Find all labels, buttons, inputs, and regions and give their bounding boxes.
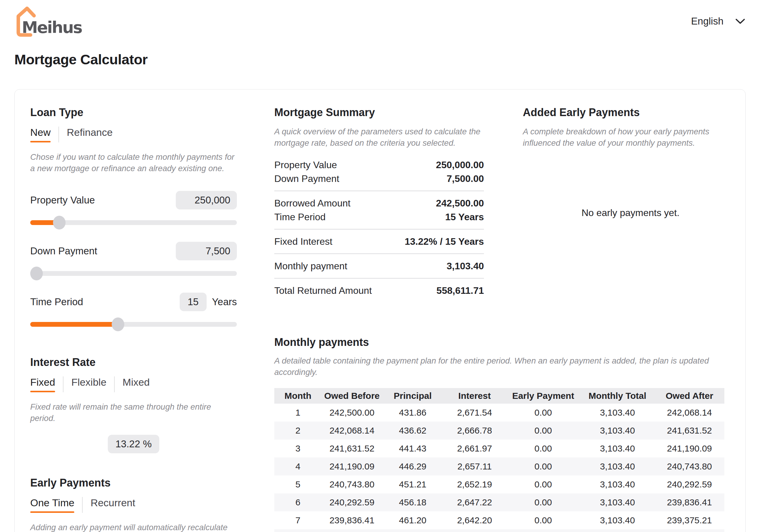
- table-cell: 3,103.40: [580, 425, 655, 436]
- table-cell: 456.18: [382, 497, 443, 508]
- table-cell: 441.43: [382, 443, 443, 454]
- tab-flexible[interactable]: Flexible: [71, 377, 106, 392]
- page-title: Mortgage Calculator: [14, 51, 760, 67]
- summary-value: 250,000.00: [436, 158, 484, 172]
- table-row: 2242,068.14436.622,666.780.003,103.40241…: [274, 421, 724, 440]
- slider-thumb[interactable]: [112, 318, 124, 331]
- loan-type-title: Loan Type: [30, 106, 237, 119]
- table-cell: 240,743.80: [655, 462, 724, 471]
- payments-table-header: MonthOwed BeforePrincipalInterestEarly P…: [274, 388, 724, 404]
- interest-rate-title: Interest Rate: [30, 356, 237, 369]
- language-selector[interactable]: English: [691, 16, 745, 27]
- summary-value: 242,500.00: [436, 196, 484, 210]
- summary-row: Borrowed Amount242,500.00: [274, 196, 484, 210]
- table-row: 3241,631.52441.432,661.970.003,103.40241…: [274, 440, 724, 458]
- summary-label: Down Payment: [274, 172, 339, 186]
- table-cell: 3: [274, 443, 322, 454]
- summary-row: Property Value250,000.00: [274, 158, 484, 172]
- slider-thumb[interactable]: [30, 267, 43, 280]
- no-early-payments-message: No early payments yet.: [523, 207, 738, 218]
- added-early-payments-panel: Added Early Payments A complete breakdow…: [523, 106, 738, 302]
- interest-rate-description: Fixed rate will remain the same through …: [30, 401, 237, 424]
- added-early-payments-title: Added Early Payments: [523, 106, 738, 119]
- tab-divider: [114, 377, 115, 392]
- summary-row: Total Returned Amount558,611.71: [274, 284, 484, 297]
- top-bar: Meihus English: [0, 0, 760, 41]
- column-header: Monthly Total: [580, 391, 655, 401]
- summary-group: Property Value250,000.00Down Payment7,50…: [274, 153, 484, 191]
- summary-row: Fixed Interest13.22% / 15 Years: [274, 235, 484, 248]
- table-cell: 241,190.09: [322, 462, 382, 471]
- table-row: 7239,836.41461.202,642.200.003,103.40239…: [274, 511, 724, 529]
- monthly-payments-description: A detailed table containing the payment …: [274, 355, 724, 378]
- loan-type-description: Chose if you want to calculate the month…: [30, 152, 237, 174]
- monthly-payments-section: Monthly payments A detailed table contai…: [274, 336, 738, 532]
- language-label: English: [691, 16, 724, 27]
- column-header: Interest: [443, 391, 506, 401]
- summary-group: Borrowed Amount242,500.00Time Period15 Y…: [274, 191, 484, 229]
- tab-divider: [82, 497, 83, 513]
- property-value-slider[interactable]: [30, 220, 237, 225]
- summary-group: Monthly payment3,103.40: [274, 253, 484, 278]
- table-cell: 0.00: [506, 515, 580, 525]
- results-column: Mortgage Summary A quick overview of the…: [274, 106, 738, 532]
- down-payment-input[interactable]: [176, 242, 237, 260]
- down-payment-label: Down Payment: [30, 245, 97, 257]
- time-period-input[interactable]: [180, 292, 207, 311]
- table-cell: 241,190.09: [655, 443, 724, 454]
- table-cell: 242,068.14: [655, 408, 724, 418]
- table-cell: 241,631.52: [655, 425, 724, 436]
- slider-fill: [30, 322, 118, 327]
- tab-one-time[interactable]: One Time: [30, 497, 74, 513]
- table-cell: 451.21: [382, 479, 443, 490]
- house-logo-icon: Meihus: [14, 5, 89, 40]
- summary-value: 15 Years: [445, 210, 484, 224]
- table-cell: 2,652.19: [443, 479, 506, 490]
- table-cell: 3,103.40: [580, 515, 655, 525]
- table-cell: 3,103.40: [580, 443, 655, 454]
- table-row: 8239,375.21466.282,637.120.003,103.40238…: [274, 529, 724, 532]
- summary-label: Fixed Interest: [274, 235, 332, 248]
- early-payments-description: Adding an early payment will automatical…: [30, 522, 237, 532]
- table-cell: 2,657.11: [443, 462, 506, 471]
- calculator-card: Loan Type NewRefinance Chose if you want…: [14, 89, 746, 532]
- table-cell: 2,642.20: [443, 515, 506, 525]
- tab-divider: [63, 377, 64, 392]
- table-cell: 2,666.78: [443, 425, 506, 436]
- table-cell: 6: [274, 497, 322, 508]
- tab-refinance[interactable]: Refinance: [67, 127, 113, 142]
- brand-logo: Meihus: [14, 5, 89, 41]
- table-cell: 0.00: [506, 497, 580, 508]
- table-cell: 0.00: [506, 425, 580, 436]
- time-period-slider[interactable]: [30, 322, 237, 327]
- time-period-label: Time Period: [30, 296, 83, 308]
- table-row: 6240,292.59456.182,647.220.003,103.40239…: [274, 493, 724, 511]
- summary-value: 13.22% / 15 Years: [404, 235, 484, 248]
- interest-rate-input[interactable]: [108, 435, 159, 453]
- summary-groups: Property Value250,000.00Down Payment7,50…: [274, 153, 484, 302]
- property-value-input[interactable]: [176, 191, 237, 209]
- tab-fixed[interactable]: Fixed: [30, 377, 55, 392]
- slider-thumb[interactable]: [53, 216, 66, 230]
- tab-new[interactable]: New: [30, 127, 51, 142]
- summary-value: 3,103.40: [447, 259, 484, 273]
- table-cell: 239,836.41: [655, 497, 724, 508]
- table-cell: 7: [274, 515, 322, 525]
- column-header: Month: [274, 391, 322, 401]
- table-cell: 5: [274, 479, 322, 490]
- summary-row: Time Period15 Years: [274, 210, 484, 224]
- added-early-payments-description: A complete breakdown of how your early p…: [523, 126, 738, 149]
- summary-value: 558,611.71: [437, 284, 484, 297]
- summary-row: Down Payment7,500.00: [274, 172, 484, 186]
- summary-label: Property Value: [274, 158, 337, 172]
- table-cell: 0.00: [506, 443, 580, 454]
- column-header: Principal: [382, 391, 443, 401]
- parameters-column: Loan Type NewRefinance Chose if you want…: [30, 106, 237, 532]
- down-payment-slider[interactable]: [30, 271, 237, 276]
- monthly-payments-title: Monthly payments: [274, 336, 724, 349]
- tab-divider: [58, 127, 59, 142]
- table-cell: 2: [274, 425, 322, 436]
- tab-mixed[interactable]: Mixed: [122, 377, 150, 392]
- table-cell: 240,292.59: [322, 497, 382, 508]
- tab-recurrent[interactable]: Recurrent: [90, 497, 135, 513]
